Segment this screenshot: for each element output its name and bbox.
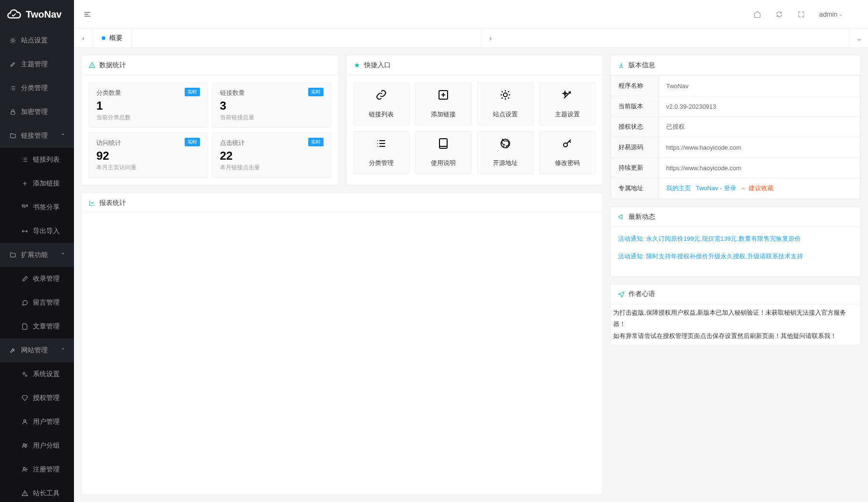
quick-book[interactable]: 使用说明 xyxy=(415,131,471,174)
info-value: TwoNav xyxy=(659,76,860,96)
tab-active-dot xyxy=(102,36,105,40)
stat-value: 22 xyxy=(220,149,324,163)
quick-label: 链接列表 xyxy=(369,110,394,119)
tabbar: ‹ 概要 › ⌵ xyxy=(74,29,868,48)
sidebar-subitem-transfer[interactable]: 导出导入 xyxy=(0,219,74,243)
quick-github[interactable]: 开源地址 xyxy=(477,131,533,174)
tab-prev[interactable]: ‹ xyxy=(74,29,93,48)
table-row: 好易源码https://www.haoyicode.com xyxy=(611,137,860,158)
sidebar-item-label: 收录管理 xyxy=(33,275,60,283)
refresh-icon[interactable] xyxy=(775,10,783,18)
quick-label: 主题设置 xyxy=(555,110,580,119)
user-name: admin xyxy=(819,10,837,18)
sidebar-item-label: 站长工具 xyxy=(33,489,60,498)
sidebar-subitem-doc[interactable]: 文章管理 xyxy=(0,315,74,338)
sidebar-item-brush[interactable]: 主题管理 xyxy=(0,52,74,76)
sidebar-subitem-alert[interactable]: 站长工具 xyxy=(0,482,74,502)
svg-point-13 xyxy=(564,143,567,147)
gear-icon xyxy=(10,37,16,44)
svg-rect-1 xyxy=(22,205,24,207)
transfer-icon xyxy=(21,228,28,235)
share-icon xyxy=(21,204,28,211)
svg-point-2 xyxy=(23,373,25,375)
sidebar-item-gear[interactable]: 站点设置 xyxy=(0,29,74,52)
user-menu[interactable]: admin ⌵ xyxy=(819,10,842,18)
comment-icon xyxy=(21,299,28,306)
version-link[interactable]: TwoNav - 登录 xyxy=(696,184,736,192)
sidebar-item-folder[interactable]: 链接管理⌃ xyxy=(0,124,74,148)
svg-point-9 xyxy=(857,14,857,14)
sidebar-item-label: 授权管理 xyxy=(33,394,60,402)
quick-plus-square[interactable]: 添加链接 xyxy=(415,82,471,125)
sidebar-item-label: 注册管理 xyxy=(33,465,60,474)
userplus-icon xyxy=(21,466,28,473)
svg-point-4 xyxy=(24,420,26,422)
chart-icon xyxy=(89,200,95,206)
folder-icon xyxy=(10,252,16,258)
info-key: 当前版本 xyxy=(611,96,659,117)
key-icon xyxy=(562,138,573,149)
sidebar-item-label: 加密管理 xyxy=(21,108,48,116)
pencil-icon xyxy=(21,276,28,282)
stats-card: 数据统计 分类数量1当前分类总数实时链接数量3当前链接总量实时访问统计92本月主… xyxy=(81,55,339,185)
sidebar-subitem-comment[interactable]: 留言管理 xyxy=(0,291,74,315)
sidebar-subitem-userplus[interactable]: 注册管理 xyxy=(0,458,74,482)
list-icon xyxy=(10,85,16,92)
sidebar-subitem-diamond[interactable]: 授权管理 xyxy=(0,386,74,410)
github-icon xyxy=(500,138,511,149)
realtime-badge: 实时 xyxy=(185,138,200,146)
home-icon[interactable] xyxy=(753,10,761,18)
news-item[interactable]: 活动通知: 限时支持年授权补偿价升级永久授权,升级请联系技术支持 xyxy=(618,252,853,262)
quick-link[interactable]: 链接列表 xyxy=(354,82,410,125)
info-key: 持续更新 xyxy=(611,158,659,178)
info-key: 程序名称 xyxy=(611,76,659,96)
sidebar-subitem-share[interactable]: 书签分享 xyxy=(0,195,74,219)
lock-icon xyxy=(10,109,16,115)
sidebar-item-label: 主题管理 xyxy=(21,60,48,69)
sidebar-subitem-user[interactable]: 用户管理 xyxy=(0,410,74,434)
plus-icon xyxy=(21,180,28,187)
quick-gear[interactable]: 站点设置 xyxy=(477,82,533,125)
send-icon xyxy=(618,291,625,297)
sidebar-item-folder[interactable]: 扩展功能⌃ xyxy=(0,243,74,267)
sidebar: TwoNav 站点设置主题管理分类管理加密管理链接管理⌃链接列表添加链接书签分享… xyxy=(0,0,74,502)
info-value: 已授权 xyxy=(659,117,860,137)
folder-icon xyxy=(10,133,16,139)
news-card: 最新动态 活动通知: 永久订阅原价199元,现仅需139元,数量有限售完恢复原价… xyxy=(610,206,861,277)
megaphone-icon xyxy=(618,214,625,220)
sidebar-logo[interactable]: TwoNav xyxy=(0,0,74,29)
news-item[interactable]: 活动通知: 永久订阅原价199元,现仅需139元,数量有限售完恢复原价 xyxy=(618,234,853,244)
sidebar-subitem-gears[interactable]: 系统设置 xyxy=(0,362,74,386)
menu-toggle-icon[interactable] xyxy=(84,10,91,18)
svg-point-7 xyxy=(23,467,26,470)
stat-value: 3 xyxy=(220,99,324,113)
tab-dropdown[interactable]: ⌵ xyxy=(849,29,868,48)
sidebar-item-lock[interactable]: 加密管理 xyxy=(0,100,74,124)
link-icon xyxy=(376,89,387,101)
fullscreen-icon[interactable] xyxy=(797,10,805,18)
quick-label: 开源地址 xyxy=(493,159,518,167)
info-value: https://www.haoyicode.com xyxy=(659,137,860,158)
sidebar-subitem-pencil[interactable]: 收录管理 xyxy=(0,267,74,291)
tab-overview[interactable]: 概要 xyxy=(93,29,132,48)
sidebar-item-wrench[interactable]: 网站管理⌃ xyxy=(0,338,74,362)
sidebar-subitem-plus[interactable]: 添加链接 xyxy=(0,172,74,195)
author-line: 为打击盗版,保障授权用户权益,新版本已加入秘钥验证！未获取秘钥无法接入官方服务器… xyxy=(613,307,858,330)
sidebar-subitem-users[interactable]: 用户分组 xyxy=(0,434,74,458)
version-header: 版本信息 xyxy=(628,61,655,70)
gears-icon xyxy=(21,371,28,378)
quick-key[interactable]: 修改密码 xyxy=(539,131,596,174)
tab-next[interactable]: › xyxy=(481,29,500,48)
quick-list[interactable]: 分类管理 xyxy=(354,131,410,174)
doc-icon xyxy=(21,323,28,330)
table-row: 持续更新https://www.haoyicode.com xyxy=(611,158,860,178)
sidebar-item-label: 扩展功能 xyxy=(21,251,48,259)
sidebar-subitem-list[interactable]: 链接列表 xyxy=(0,148,74,172)
sidebar-item-label: 链接管理 xyxy=(21,132,48,140)
quick-magic[interactable]: 主题设置 xyxy=(539,82,596,125)
sidebar-item-list[interactable]: 分类管理 xyxy=(0,76,74,100)
quick-label: 修改密码 xyxy=(555,159,580,167)
version-link[interactable]: 我的主页 xyxy=(666,184,691,192)
realtime-badge: 实时 xyxy=(185,88,200,96)
more-icon[interactable] xyxy=(857,10,858,18)
